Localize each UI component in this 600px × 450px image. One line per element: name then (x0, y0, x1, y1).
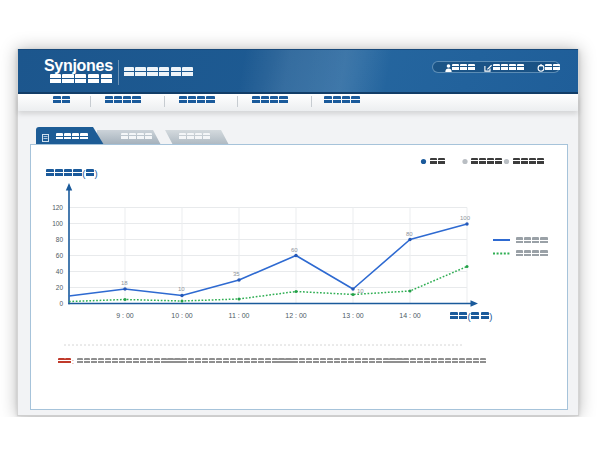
svg-text:120: 120 (52, 204, 63, 211)
svg-text:10 : 00: 10 : 00 (171, 312, 193, 319)
svg-text:80: 80 (56, 236, 64, 243)
svg-text:14 : 00: 14 : 00 (399, 312, 421, 319)
svg-text:40: 40 (56, 268, 64, 275)
svg-text:20: 20 (56, 284, 64, 291)
svg-text:18: 18 (121, 280, 128, 286)
svg-text:10: 10 (178, 286, 185, 292)
svg-text:11 : 00: 11 : 00 (229, 312, 250, 319)
svg-text:60: 60 (291, 247, 298, 253)
svg-text:60: 60 (56, 252, 64, 259)
svg-text:9 : 00: 9 : 00 (116, 312, 134, 319)
svg-text:35: 35 (233, 271, 240, 277)
svg-text:12 : 00: 12 : 00 (285, 312, 307, 319)
svg-text:0: 0 (59, 300, 63, 307)
svg-text:100: 100 (52, 220, 63, 227)
svg-text:13 : 00: 13 : 00 (342, 312, 364, 319)
svg-text:80: 80 (406, 231, 413, 237)
svg-text:100: 100 (460, 215, 471, 221)
svg-text:10: 10 (357, 288, 364, 294)
